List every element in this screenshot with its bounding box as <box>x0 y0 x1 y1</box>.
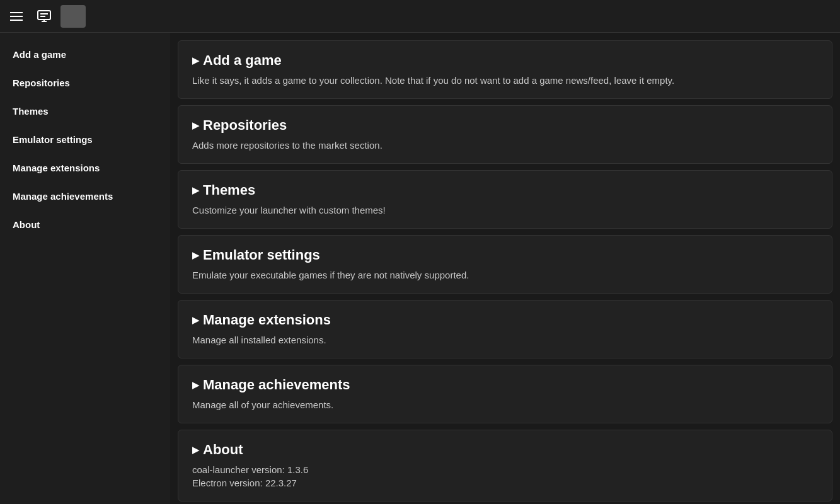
svg-rect-2 <box>40 16 45 17</box>
section-arrow-themes: ▶ <box>192 185 199 195</box>
section-card-manage-extensions[interactable]: ▶Manage extensionsManage all installed e… <box>178 300 832 358</box>
section-desc-add-a-game: Like it says, it adds a game to your col… <box>192 74 818 87</box>
settings-tab[interactable] <box>60 5 86 28</box>
svg-rect-1 <box>40 13 48 14</box>
sidebar-item-emulator-settings[interactable]: Emulator settings <box>0 125 170 154</box>
section-card-about[interactable]: ▶Aboutcoal-launcher version: 1.3.6 Elect… <box>178 430 832 501</box>
section-arrow-repositories: ▶ <box>192 120 199 130</box>
section-title-themes: ▶Themes <box>192 182 818 198</box>
app-icon-button[interactable] <box>33 5 55 28</box>
hamburger-line-1 <box>10 12 23 13</box>
titlebar-left <box>5 5 86 28</box>
section-desc-manage-achievements: Manage all of your achievements. <box>192 398 818 411</box>
sidebar: Add a gameRepositoriesThemesEmulator set… <box>0 33 170 504</box>
sidebar-item-add-a-game[interactable]: Add a game <box>0 40 170 69</box>
hamburger-line-3 <box>10 20 23 21</box>
section-card-manage-achievements[interactable]: ▶Manage achievementsManage all of your a… <box>178 365 832 423</box>
sidebar-item-manage-achievements[interactable]: Manage achievements <box>0 182 170 210</box>
section-arrow-emulator-settings: ▶ <box>192 250 199 260</box>
window-controls <box>764 6 835 26</box>
section-arrow-add-a-game: ▶ <box>192 55 199 66</box>
main-layout: Add a gameRepositoriesThemesEmulator set… <box>0 33 840 504</box>
section-desc-manage-extensions: Manage all installed extensions. <box>192 333 818 346</box>
section-title-text-themes: Themes <box>203 182 255 198</box>
section-desc-themes: Customize your launcher with custom them… <box>192 203 818 217</box>
section-arrow-manage-achievements: ▶ <box>192 380 199 390</box>
content-area: ▶Add a gameLike it says, it adds a game … <box>170 33 840 504</box>
svg-rect-4 <box>43 20 45 21</box>
section-card-add-a-game[interactable]: ▶Add a gameLike it says, it adds a game … <box>178 40 832 99</box>
sidebar-item-manage-extensions[interactable]: Manage extensions <box>0 154 170 182</box>
section-card-emulator-settings[interactable]: ▶Emulator settingsEmulate your executabl… <box>178 235 832 294</box>
section-title-text-manage-achievements: Manage achievements <box>203 377 350 393</box>
section-title-emulator-settings: ▶Emulator settings <box>192 247 818 263</box>
section-title-repositories: ▶Repositories <box>192 117 818 134</box>
section-title-manage-achievements: ▶Manage achievements <box>192 377 818 393</box>
section-title-manage-extensions: ▶Manage extensions <box>192 312 818 328</box>
maximize-button[interactable] <box>790 6 810 26</box>
section-title-add-a-game: ▶Add a game <box>192 52 818 69</box>
svg-rect-3 <box>42 21 47 22</box>
minimize-button[interactable] <box>764 6 785 26</box>
close-button[interactable] <box>815 6 835 26</box>
section-arrow-manage-extensions: ▶ <box>192 315 199 325</box>
sidebar-item-repositories[interactable]: Repositories <box>0 69 170 97</box>
svg-rect-0 <box>38 11 50 20</box>
sidebar-item-about[interactable]: About <box>0 210 170 239</box>
hamburger-line-2 <box>10 16 23 17</box>
section-arrow-about: ▶ <box>192 445 199 455</box>
titlebar <box>0 0 840 33</box>
section-card-repositories[interactable]: ▶RepositoriesAdds more repositories to t… <box>178 105 832 164</box>
hamburger-menu-button[interactable] <box>5 5 28 28</box>
section-title-text-about: About <box>203 442 243 458</box>
sidebar-item-themes[interactable]: Themes <box>0 97 170 125</box>
section-desc-emulator-settings: Emulate your executable games if they ar… <box>192 268 818 282</box>
section-title-text-manage-extensions: Manage extensions <box>203 312 331 328</box>
section-title-text-add-a-game: Add a game <box>203 52 282 69</box>
section-card-themes[interactable]: ▶ThemesCustomize your launcher with cust… <box>178 170 832 229</box>
section-title-text-repositories: Repositories <box>203 117 287 134</box>
section-desc-about: coal-launcher version: 1.3.6 Electron ve… <box>192 463 818 490</box>
section-title-text-emulator-settings: Emulator settings <box>203 247 320 263</box>
section-desc-repositories: Adds more repositories to the market sec… <box>192 139 818 152</box>
section-title-about: ▶About <box>192 442 818 458</box>
